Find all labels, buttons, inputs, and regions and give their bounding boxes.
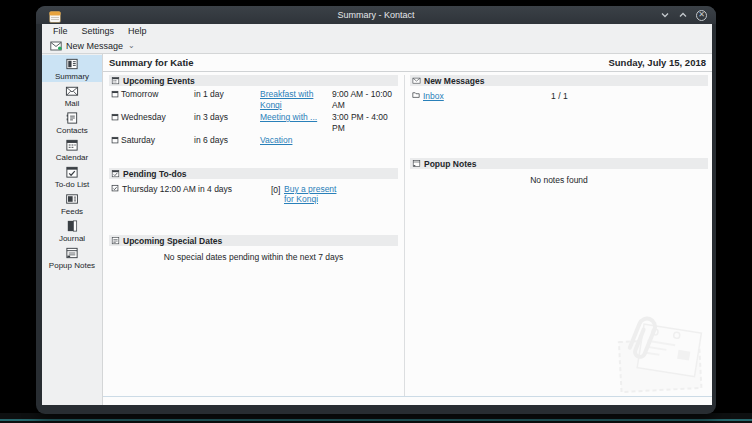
sidebar-item-label: Mail <box>65 99 80 108</box>
sidebar-item-label: Contacts <box>56 126 88 135</box>
sidebar-item-label: Feeds <box>61 207 83 216</box>
event-link[interactable]: Breakfast with Konqi <box>260 89 332 111</box>
mail-icon <box>65 84 79 98</box>
panel-edge-line <box>0 419 752 421</box>
minimize-button[interactable] <box>660 11 670 19</box>
sidebar-item-journal[interactable]: Journal <box>42 217 102 244</box>
mail-icon <box>412 76 421 85</box>
event-row: Wednesday in 3 days Meeting with ... 3:0… <box>109 112 398 135</box>
calendar-icon <box>111 112 121 124</box>
calendar-icon <box>65 138 79 152</box>
contacts-icon <box>65 111 79 125</box>
todo-icon <box>111 184 119 195</box>
section-title: Pending To-dos <box>123 169 187 179</box>
message-count: 1 / 1 <box>551 91 708 101</box>
sidebar-item-todo-list[interactable]: To-do List <box>42 163 102 190</box>
event-relative: in 1 day <box>194 89 260 100</box>
section-title: New Messages <box>424 76 484 86</box>
summary-icon <box>65 57 79 71</box>
window-shadow <box>0 413 752 423</box>
sidebar-item-label: Journal <box>59 234 85 243</box>
window-content: File Settings Help New Message ⌄ Summary <box>42 24 712 405</box>
new-message-button[interactable]: New Message ⌄ <box>47 41 138 51</box>
sidebar-item-feeds[interactable]: Feeds <box>42 190 102 217</box>
todo-link[interactable]: Buy a present for Konqi <box>284 184 346 204</box>
event-time: 9:00 AM - 10:00 AM <box>332 89 398 111</box>
sidebar-item-popup-notes[interactable]: Popup Notes <box>42 244 102 271</box>
chevron-down-icon: ⌄ <box>128 41 135 50</box>
new-messages-header[interactable]: New Messages <box>410 75 708 86</box>
section-title: Popup Notes <box>424 159 476 169</box>
event-time: 3:00 PM - 4:00 PM <box>332 112 398 134</box>
summary-header: Summary for Katie Sunday, July 15, 2018 <box>103 54 712 72</box>
special-dates-header[interactable]: Upcoming Special Dates <box>109 235 398 246</box>
todo-priority: [0] <box>271 184 284 195</box>
special-dates-empty-text: No special dates pending within the next… <box>109 249 398 262</box>
status-bar <box>103 396 712 405</box>
right-column: New Messages Inbox 1 / 1 <box>410 75 708 396</box>
special-dates-section: Upcoming Special Dates No special dates … <box>109 235 398 262</box>
menu-settings[interactable]: Settings <box>75 26 122 36</box>
popup-notes-section: Popup Notes No notes found <box>410 158 708 185</box>
folder-cell: Inbox <box>412 91 551 101</box>
event-day: Saturday <box>121 135 194 146</box>
header-date: Sunday, July 15, 2018 <box>608 57 706 68</box>
chevron-up-icon <box>678 11 688 19</box>
folder-icon <box>412 91 420 101</box>
todo-row: Thursday 12:00 AM in 4 days [0] Buy a pr… <box>109 182 398 204</box>
maximize-button[interactable] <box>678 11 688 19</box>
menu-file[interactable]: File <box>46 26 75 36</box>
upcoming-events-section: Upcoming Events Tomorrow in 1 day Breakf… <box>109 75 398 148</box>
window-title: Summary - Kontact <box>36 10 716 20</box>
calendar-icon <box>111 135 121 147</box>
calendar-icon <box>111 76 120 85</box>
popup-notes-header[interactable]: Popup Notes <box>410 158 708 169</box>
inbox-link[interactable]: Inbox <box>423 91 444 101</box>
pending-todos-header[interactable]: Pending To-dos <box>109 168 398 179</box>
sidebar-item-label: Popup Notes <box>49 261 95 270</box>
upcoming-events-header[interactable]: Upcoming Events <box>109 75 398 86</box>
sidebar-item-contacts[interactable]: Contacts <box>42 109 102 136</box>
summary-view: Summary for Katie Sunday, July 15, 2018 … <box>103 54 712 405</box>
pending-todos-section: Pending To-dos Thursday 12:00 AM in 4 da… <box>109 168 398 204</box>
journal-icon <box>65 219 79 233</box>
sidebar: Summary Mail Contacts Calendar <box>42 54 103 405</box>
page-title: Summary for Katie <box>109 57 193 68</box>
section-title: Upcoming Special Dates <box>123 236 222 246</box>
popup-notes-icon <box>412 159 421 168</box>
new-message-icon <box>50 41 62 51</box>
section-title: Upcoming Events <box>123 76 195 86</box>
popup-notes-icon <box>65 246 79 260</box>
sidebar-item-summary[interactable]: Summary <box>42 55 102 82</box>
window-controls: ✕ <box>660 6 707 24</box>
event-day: Wednesday <box>121 112 194 123</box>
sidebar-item-calendar[interactable]: Calendar <box>42 136 102 163</box>
calendar-icon <box>111 89 121 101</box>
todo-list-icon <box>111 169 120 178</box>
left-column: Upcoming Events Tomorrow in 1 day Breakf… <box>109 75 398 396</box>
sidebar-item-mail[interactable]: Mail <box>42 82 102 109</box>
popup-notes-empty-text: No notes found <box>410 172 708 185</box>
kontact-watermark <box>612 312 708 396</box>
todo-list-icon <box>65 165 79 179</box>
special-dates-icon <box>111 236 120 245</box>
column-divider <box>404 75 405 396</box>
chevron-down-icon <box>660 11 670 19</box>
new-messages-section: New Messages Inbox 1 / 1 <box>410 75 708 101</box>
main-area: Summary Mail Contacts Calendar <box>42 54 712 405</box>
todo-when-text: Thursday 12:00 AM in 4 days <box>122 184 232 195</box>
menu-help[interactable]: Help <box>121 26 154 36</box>
event-link[interactable]: Meeting with ... <box>260 112 332 123</box>
menu-bar: File Settings Help <box>42 24 712 38</box>
event-relative: in 6 days <box>194 135 260 146</box>
event-row: Saturday in 6 days Vacation <box>109 135 398 148</box>
sidebar-item-label: Calendar <box>56 153 88 162</box>
toolbar: New Message ⌄ <box>42 38 712 54</box>
event-link[interactable]: Vacation <box>260 135 332 146</box>
event-day: Tomorrow <box>121 89 194 100</box>
close-button[interactable]: ✕ <box>696 10 707 21</box>
event-row: Tomorrow in 1 day Breakfast with Konqi 9… <box>109 89 398 112</box>
sidebar-item-label: To-do List <box>55 180 90 189</box>
titlebar[interactable]: Summary - Kontact ✕ <box>36 6 716 24</box>
new-message-label: New Message <box>66 41 123 51</box>
